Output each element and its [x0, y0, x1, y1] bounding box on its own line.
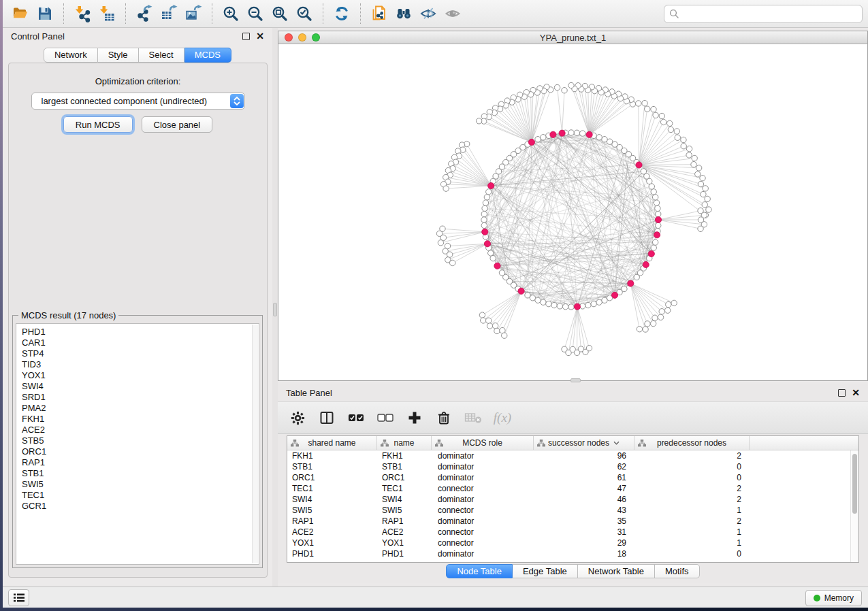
mcds-result-item[interactable]: GCR1 [16, 501, 252, 512]
horizontal-splitter-handle[interactable] [570, 378, 581, 382]
table-row[interactable]: ACE2ACE2connector311 [287, 527, 850, 538]
tab-motifs[interactable]: Motifs [655, 564, 700, 578]
column-label: predecessor nodes [657, 438, 726, 448]
table-cell: dominator [432, 472, 534, 483]
mcds-result-item[interactable]: CAR1 [16, 337, 252, 348]
tab-edge-table[interactable]: Edge Table [513, 564, 578, 578]
table-row[interactable]: TEC1TEC1connector472 [287, 483, 850, 494]
table-cell: ACE2 [377, 527, 432, 538]
apply-layout-icon[interactable] [329, 2, 354, 25]
tab-network-table[interactable]: Network Table [578, 564, 655, 578]
mcds-result-item[interactable]: YOX1 [16, 370, 252, 381]
table-row[interactable]: SWI5SWI5connector431 [287, 505, 850, 516]
tab-node-table[interactable]: Node Table [446, 564, 513, 578]
mcds-list-scrollbar[interactable] [252, 325, 258, 563]
network-canvas[interactable] [278, 44, 867, 380]
table-tabs: Node TableEdge TableNetwork TableMotifs [278, 564, 868, 578]
scrollbar-thumb[interactable] [852, 454, 857, 514]
delete-column-trash-icon[interactable] [435, 409, 453, 427]
zoom-in-icon[interactable] [219, 2, 243, 25]
tab-style[interactable]: Style [98, 48, 139, 63]
add-column-icon[interactable] [406, 409, 423, 427]
hide-graphics-icon[interactable] [416, 2, 440, 25]
mcds-result-item[interactable]: RAP1 [16, 457, 252, 468]
mcds-result-item[interactable]: ACE2 [16, 425, 252, 435]
mcds-tab-content: Optimization criterion: largest connecte… [8, 63, 268, 578]
mcds-result-item[interactable]: TID3 [16, 359, 252, 370]
table-row[interactable]: RAP1RAP1dominator352 [287, 516, 850, 527]
show-graphics-icon[interactable] [440, 2, 465, 25]
float-panel-icon[interactable] [838, 389, 846, 397]
optimization-criterion-select[interactable]: largest connected component (undirected) [31, 93, 245, 110]
column-header-name[interactable]: name [377, 436, 432, 450]
tab-select[interactable]: Select [139, 48, 184, 63]
mcds-result-item[interactable]: STP4 [16, 348, 252, 359]
export-network-icon[interactable] [132, 2, 157, 25]
table-row[interactable]: STB1STB1dominator620 [287, 461, 850, 472]
select-all-icon[interactable] [347, 409, 365, 427]
deselect-all-icon[interactable] [376, 409, 394, 427]
zoom-out-icon[interactable] [243, 2, 268, 25]
mcds-result-item[interactable]: SWI4 [16, 381, 252, 392]
table-row[interactable]: YOX1YOX1connector291 [287, 538, 850, 548]
float-panel-icon[interactable] [242, 33, 250, 40]
table-cell: 43 [534, 505, 634, 516]
table-scrollbar[interactable] [850, 450, 858, 562]
splitter-handle[interactable] [273, 303, 277, 316]
mcds-result-item[interactable]: FKH1 [16, 414, 252, 425]
vertical-splitter[interactable] [272, 28, 278, 587]
function-builder-icon[interactable]: f(x) [494, 409, 511, 427]
column-header-shared-name[interactable]: shared name [287, 436, 377, 450]
network-window: YPA_prune.txt_1 [278, 31, 868, 381]
column-header-predecessor-nodes[interactable]: predecessor nodes [634, 436, 750, 450]
table-row[interactable]: ORC1ORC1dominator610 [287, 472, 850, 483]
memory-button[interactable]: Memory [805, 590, 862, 606]
mcds-result-item[interactable]: SWI5 [16, 479, 252, 490]
save-session-icon[interactable] [33, 2, 57, 25]
panel-menu-button[interactable] [8, 589, 29, 606]
column-header-mcds-role[interactable]: MCDS role [432, 436, 534, 450]
zoom-selected-icon[interactable] [292, 2, 317, 25]
mcds-result-item[interactable]: STB5 [16, 435, 252, 446]
table-cell: 2 [634, 494, 750, 505]
run-mcds-button[interactable]: Run MCDS [63, 116, 133, 133]
export-table-icon[interactable] [157, 2, 181, 25]
zoom-fit-icon[interactable] [268, 2, 292, 25]
split-panel-icon[interactable] [318, 409, 336, 427]
node-table: shared namenameMCDS rolesuccessor nodesp… [287, 435, 859, 563]
table-options-gear-icon[interactable] [289, 409, 306, 427]
column-header-successor-nodes[interactable]: successor nodes [534, 436, 634, 450]
close-panel-button[interactable]: Close panel [142, 116, 213, 133]
mcds-result-item[interactable]: STB1 [16, 468, 252, 479]
mcds-result-item[interactable]: ORC1 [16, 446, 252, 457]
delete-table-icon[interactable] [464, 409, 482, 427]
table-row[interactable]: PHD1PHD1dominator180 [287, 548, 850, 559]
control-panel-title: Control Panel [11, 31, 65, 42]
minimize-window-icon[interactable] [298, 33, 306, 42]
table-cell: connector [432, 527, 534, 538]
control-panel-titlebar: Control Panel ✕ [3, 28, 272, 45]
table-cell: dominator [432, 450, 534, 461]
table-cell: dominator [432, 494, 534, 505]
tab-network[interactable]: Network [44, 48, 98, 63]
close-panel-icon[interactable]: ✕ [256, 33, 264, 40]
mcds-result-item[interactable]: PHD1 [16, 327, 252, 337]
new-network-icon[interactable] [367, 2, 391, 25]
close-window-icon[interactable] [285, 33, 293, 42]
open-file-icon[interactable] [8, 2, 33, 25]
table-row[interactable]: SWI4SWI4dominator462 [287, 494, 850, 505]
mcds-result-item[interactable]: PMA2 [16, 403, 252, 414]
maximize-window-icon[interactable] [312, 33, 320, 42]
mcds-result-item[interactable]: TEC1 [16, 490, 252, 501]
import-table-icon[interactable] [95, 2, 119, 25]
close-panel-icon[interactable]: ✕ [852, 389, 860, 397]
mcds-result-item[interactable]: SRD1 [16, 392, 252, 403]
tab-mcds[interactable]: MCDS [184, 48, 231, 63]
export-image-icon[interactable] [181, 2, 206, 25]
find-network-icon[interactable] [391, 2, 416, 25]
network-window-titlebar[interactable]: YPA_prune.txt_1 [278, 31, 867, 44]
table-cell: 46 [534, 494, 634, 505]
table-row[interactable]: FKH1FKH1dominator962 [287, 450, 850, 461]
search-input[interactable] [683, 9, 857, 19]
import-network-icon[interactable] [70, 2, 95, 25]
